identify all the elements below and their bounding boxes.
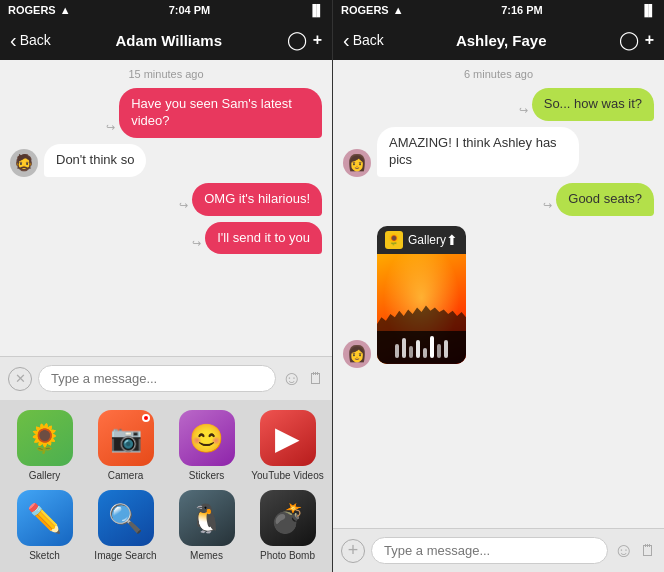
bubble-sent: I'll send it to you [205, 222, 322, 255]
avatar-right: 👩 [343, 149, 371, 177]
app-label-sketch: Sketch [29, 550, 60, 562]
forward-icon: ↪ [106, 121, 115, 134]
wifi-icon: ▲ [60, 4, 71, 16]
imagesearch-app-icon: 🔍 [98, 490, 154, 546]
msg-row: ↪ OMG it's hilarious! [10, 183, 322, 216]
gallery-app-icon: 🌻 [17, 410, 73, 466]
status-bar-right: ROGERS ▲ 7:16 PM ▐▌ [333, 0, 664, 20]
camera-app-icon: 📷 [98, 410, 154, 466]
gallery-title-group: 🌻 Gallery [385, 231, 446, 249]
back-label-right: Back [353, 32, 384, 48]
bubble-received: Don't think so [44, 144, 146, 177]
app-item-youtube[interactable]: ▶ YouTube Videos [251, 410, 324, 482]
note-button-right[interactable]: 🗒 [640, 542, 656, 560]
bubble-sent-green2: Good seats? [556, 183, 654, 216]
battery-left: ▐▌ [308, 4, 324, 16]
time-left: 7:04 PM [169, 4, 211, 16]
status-right-left: ▐▌ [308, 4, 324, 16]
profile-icon-left[interactable]: ◯ [287, 29, 307, 51]
profile-icon-right[interactable]: ◯ [619, 29, 639, 51]
status-left: ROGERS ▲ [8, 4, 71, 16]
app-item-camera[interactable]: 📷 Camera [89, 410, 162, 482]
memes-app-icon: 🐧 [179, 490, 235, 546]
message-input-left[interactable] [38, 365, 276, 392]
gallery-share-icon[interactable]: ⬆ [446, 232, 458, 248]
app-item-sketch[interactable]: ✏️ Sketch [8, 490, 81, 562]
bubble-sent: Have you seen Sam's latest video? [119, 88, 322, 138]
nav-bar-left: Back Adam Williams ◯ + [0, 20, 332, 60]
app-label-youtube: YouTube Videos [251, 470, 323, 482]
stickers-app-icon: 😊 [179, 410, 235, 466]
status-right-right: ▐▌ [640, 4, 656, 16]
emoji-button-left[interactable]: ☺ [282, 367, 302, 390]
youtube-app-icon: ▶ [260, 410, 316, 466]
note-button-left[interactable]: 🗒 [308, 370, 324, 388]
app-label-stickers: Stickers [189, 470, 225, 482]
bubble-sent-green: So... how was it? [532, 88, 654, 121]
back-label-left: Back [20, 32, 51, 48]
forward-icon: ↪ [519, 104, 528, 117]
gallery-icon: 🌻 [385, 231, 403, 249]
app-item-imagesearch[interactable]: 🔍 Image Search [89, 490, 162, 562]
time-right: 7:16 PM [501, 4, 543, 16]
app-tray: 🌻 Gallery 📷 Camera 😊 Stickers ▶ YouTube … [0, 400, 332, 572]
avatar-left: 🧔 [10, 149, 38, 177]
status-right-carrier: ROGERS ▲ [341, 4, 404, 16]
app-label-imagesearch: Image Search [94, 550, 156, 562]
forward-icon: ↪ [192, 237, 201, 250]
chevron-left-icon [10, 29, 17, 52]
add-button-right[interactable]: + [341, 539, 365, 563]
right-panel: ROGERS ▲ 7:16 PM ▐▌ Back Ashley, Faye ◯ … [332, 0, 664, 572]
app-item-memes[interactable]: 🐧 Memes [170, 490, 243, 562]
msg-row: 👩 AMAZING! I think Ashley has pics [343, 127, 654, 177]
msg-row: ↪ I'll send it to you [10, 222, 322, 255]
photobomb-app-icon: 💣 [260, 490, 316, 546]
messages-area-left: 15 minutes ago ↪ Have you seen Sam's lat… [0, 60, 332, 356]
timestamp-left: 15 minutes ago [10, 68, 322, 80]
add-icon-left[interactable]: + [313, 31, 322, 49]
status-bar-left: ROGERS ▲ 7:04 PM ▐▌ [0, 0, 332, 20]
nav-bar-right: Back Ashley, Faye ◯ + [333, 20, 664, 60]
input-area-right: + ☺ 🗒 [333, 528, 664, 572]
bubble-sent: OMG it's hilarious! [192, 183, 322, 216]
msg-row: ↪ Have you seen Sam's latest video? [10, 88, 322, 138]
msg-row: ↪ Good seats? [343, 183, 654, 216]
gallery-header: 🌻 Gallery ⬆ [377, 226, 466, 254]
avatar-right2: 👩 [343, 340, 371, 368]
add-icon-right[interactable]: + [645, 31, 654, 49]
msg-row-gallery: 👩 🌻 Gallery ⬆ [343, 222, 654, 368]
concert-image [377, 254, 466, 364]
app-grid: 🌻 Gallery 📷 Camera 😊 Stickers ▶ YouTube … [8, 410, 324, 562]
carrier-right: ROGERS [341, 4, 389, 16]
nav-title-right: Ashley, Faye [456, 32, 547, 49]
nav-title-left: Adam Williams [115, 32, 222, 49]
app-item-stickers[interactable]: 😊 Stickers [170, 410, 243, 482]
message-input-right[interactable] [371, 537, 608, 564]
carrier-left: ROGERS [8, 4, 56, 16]
nav-icons-right: ◯ + [619, 29, 654, 51]
msg-row: ↪ So... how was it? [343, 88, 654, 121]
app-label-photobomb: Photo Bomb [260, 550, 315, 562]
bubble-received-right: AMAZING! I think Ashley has pics [377, 127, 579, 177]
sketch-app-icon: ✏️ [17, 490, 73, 546]
clear-button-left[interactable]: ✕ [8, 367, 32, 391]
app-item-photobomb[interactable]: 💣 Photo Bomb [251, 490, 324, 562]
app-label-camera: Camera [108, 470, 144, 482]
messages-area-right: 6 minutes ago ↪ So... how was it? 👩 AMAZ… [333, 60, 664, 528]
input-area-left: ✕ ☺ 🗒 [0, 356, 332, 400]
app-item-gallery[interactable]: 🌻 Gallery [8, 410, 81, 482]
emoji-button-right[interactable]: ☺ [614, 539, 634, 562]
app-label-gallery: Gallery [29, 470, 61, 482]
left-panel: ROGERS ▲ 7:04 PM ▐▌ Back Adam Williams ◯… [0, 0, 332, 572]
wifi-icon-right: ▲ [393, 4, 404, 16]
back-button-left[interactable]: Back [10, 29, 51, 52]
nav-icons-left: ◯ + [287, 29, 322, 51]
chevron-left-icon-right [343, 29, 350, 52]
gallery-card[interactable]: 🌻 Gallery ⬆ [377, 226, 466, 364]
app-label-memes: Memes [190, 550, 223, 562]
forward-icon: ↪ [179, 199, 188, 212]
forward-icon: ↪ [543, 199, 552, 212]
gallery-label: Gallery [408, 233, 446, 247]
back-button-right[interactable]: Back [343, 29, 384, 52]
timestamp-right: 6 minutes ago [343, 68, 654, 80]
